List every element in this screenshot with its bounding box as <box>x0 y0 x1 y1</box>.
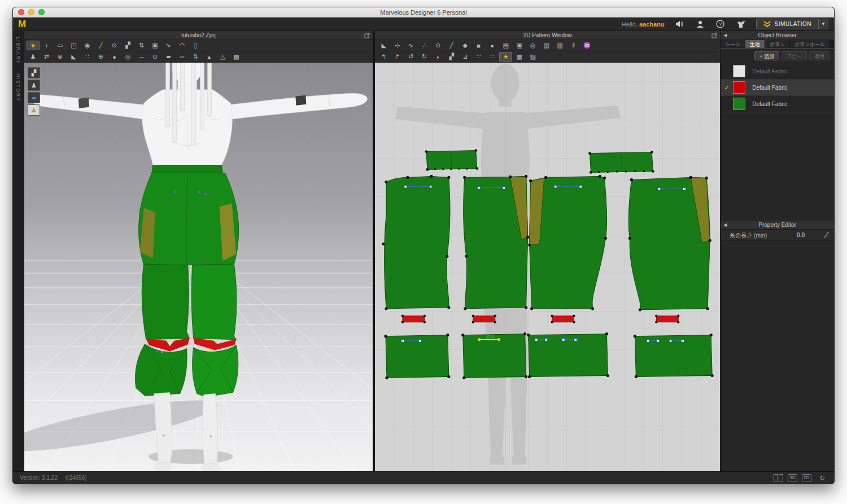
internal-polygon-icon[interactable]: ▤ <box>499 41 512 50</box>
avatar-tape-b-icon[interactable]: ⊗ <box>54 52 67 62</box>
object-browser-button-+ 追加[interactable]: + 追加 <box>754 51 779 60</box>
username[interactable]: aachanu <box>639 21 665 28</box>
volume-icon[interactable] <box>675 20 685 29</box>
sewing-edit-icon[interactable]: ╱ <box>94 41 107 50</box>
refresh-icon[interactable]: ↻ <box>819 474 825 482</box>
show-fabric-icon[interactable]: ▰ <box>28 92 40 103</box>
pattern-piece-front-right[interactable] <box>463 175 529 310</box>
panel-2d-header[interactable]: 2D Pattern Window <box>375 31 720 40</box>
unfold-up-icon[interactable]: ↺ <box>404 52 417 62</box>
add-point-icon[interactable]: ⊙ <box>431 41 444 50</box>
pin-spacing-icon[interactable]: ⇅ <box>189 52 202 62</box>
select-rect-icon[interactable]: ▭ <box>54 41 67 50</box>
unfold-right-icon[interactable]: ↱ <box>391 52 404 62</box>
arrangement-shoe-icon[interactable]: ◣ <box>67 52 80 62</box>
property-value[interactable]: 0.0 <box>797 232 805 238</box>
tab-生地[interactable]: 生地 <box>745 40 765 48</box>
fabric-strip-b-icon[interactable]: ▱ <box>176 52 189 62</box>
pattern-texture-a-icon[interactable]: ▦ <box>513 52 526 62</box>
show-garment-icon[interactable]: ▞ <box>28 67 40 78</box>
show-sewing-icon[interactable]: ★ <box>499 52 512 62</box>
avatar-walk-icon[interactable]: ♟ <box>27 52 40 62</box>
arrangement-flower-b-icon[interactable]: ⊕ <box>94 52 107 62</box>
fold-arrangement-icon[interactable]: ⇅ <box>135 41 148 50</box>
pattern-piece-front-left[interactable] <box>382 175 451 310</box>
arrangement-flower-a-icon[interactable]: ∷ <box>81 52 94 62</box>
sew-garment-icon[interactable]: ▞ <box>445 52 458 62</box>
panel-3d-header[interactable]: tutusibo2.Zprj <box>24 31 373 40</box>
ellipse-icon[interactable]: ● <box>486 41 499 50</box>
edit-curvature-icon[interactable]: ∿ <box>404 41 417 50</box>
scene-3d[interactable] <box>24 63 373 471</box>
rail-history-tab[interactable]: HISTORY <box>15 73 21 102</box>
fabric-color-swatch[interactable] <box>733 65 745 77</box>
rail-library-tab[interactable]: LIBRARY <box>15 37 21 64</box>
iron-icon[interactable]: ◗ <box>431 52 444 62</box>
panel-popout-icon[interactable] <box>711 33 717 38</box>
pattern-piece-cuff-4[interactable] <box>634 334 714 378</box>
show-skin-icon[interactable]: ♟ <box>28 104 40 116</box>
sew-check-icon[interactable]: ∷ <box>486 52 499 62</box>
help-icon[interactable]: ? <box>715 20 726 29</box>
internal-ellipse-icon[interactable]: ◎ <box>526 41 539 50</box>
unfold-down-icon[interactable]: ↻ <box>418 52 431 62</box>
polygon-icon[interactable]: ◆ <box>459 41 471 50</box>
simulation-dropdown-arrow[interactable]: ▼ <box>818 19 828 29</box>
pattern-piece-cuff-3[interactable] <box>527 332 609 378</box>
panel-popout-icon[interactable] <box>364 33 370 38</box>
pattern-piece-back-right[interactable] <box>628 176 711 312</box>
viewport-3d[interactable]: ▞♟▰♟ <box>24 63 373 471</box>
internal-rectangle-icon[interactable]: ▣ <box>513 41 526 50</box>
resize-b-icon[interactable]: △ <box>216 52 229 62</box>
select-move-icon[interactable]: + <box>40 41 53 50</box>
simulate-icon[interactable]: ▼ <box>27 41 40 50</box>
property-editor-header[interactable]: ◀ Property Editor <box>721 221 834 230</box>
account-icon[interactable] <box>695 20 705 29</box>
pattern-piece-waistband-right[interactable] <box>588 151 654 174</box>
simulation-button[interactable]: SIMULATION <box>756 19 818 29</box>
sewing-band-icon[interactable]: ◠ <box>176 41 189 50</box>
collapse-left-icon[interactable]: ◀ <box>723 33 727 38</box>
fabric-color-swatch[interactable] <box>733 98 745 110</box>
fabric-strip-a-icon[interactable]: ▰ <box>162 52 175 62</box>
resize-a-icon[interactable]: ▲ <box>203 52 216 62</box>
buttonhole-icon[interactable]: ◎ <box>121 52 134 62</box>
pin-icon[interactable]: ◉ <box>81 41 94 50</box>
tab-ボタンホール[interactable]: ボタンホール <box>790 40 830 48</box>
toggle-3d-view[interactable]: 3D <box>788 474 797 481</box>
rectangle-icon[interactable]: ■ <box>472 41 485 50</box>
pattern-texture-b-icon[interactable]: ▨ <box>526 52 539 62</box>
button-icon[interactable]: ● <box>108 52 121 62</box>
select-mesh-icon[interactable]: ▞ <box>121 41 134 50</box>
measure-icon[interactable]: ▯ <box>189 41 202 50</box>
wrench-icon[interactable] <box>824 233 829 238</box>
pants-3d[interactable] <box>135 165 238 397</box>
pattern-piece-cuff-2[interactable]: 21.0 <box>461 332 527 379</box>
pin-lock-icon[interactable]: ⊙ <box>149 52 161 62</box>
fabric-color-swatch[interactable] <box>733 81 745 94</box>
pleats-icon[interactable]: ⦀ <box>567 41 580 50</box>
transform-2d-icon[interactable]: ◣ <box>377 41 390 50</box>
fabric-row[interactable]: Default Fabric <box>721 63 834 80</box>
object-browser-button-適用[interactable]: 適用 <box>809 51 829 60</box>
avatar-tape-a-icon[interactable]: ⇄ <box>40 52 53 62</box>
fabric-row[interactable]: Default Fabric <box>721 96 834 112</box>
tab-ボタン[interactable]: ボタン <box>765 40 790 48</box>
seam-tape-icon[interactable]: ─ <box>135 52 148 62</box>
tab-シーン[interactable]: シーン <box>721 40 745 48</box>
scene-2d[interactable]: 21.0 <box>375 63 720 471</box>
sew-free-icon[interactable]: ∵ <box>472 52 485 62</box>
pattern-piece-cuff-1[interactable] <box>385 334 451 379</box>
show-avatar-icon[interactable]: ♟ <box>28 80 40 91</box>
garment-fit-icon[interactable]: ▩ <box>230 52 243 62</box>
toggle-2d-view[interactable]: 2D <box>802 474 811 481</box>
viewport-2d[interactable]: 21.0 <box>375 63 720 471</box>
edit-curve-icon[interactable]: ∿ <box>162 41 175 50</box>
unfold-left-icon[interactable]: ↰ <box>377 52 390 62</box>
sew-segment-icon[interactable]: ⊿ <box>459 52 471 62</box>
edit-segment-icon[interactable]: ╱ <box>445 41 458 50</box>
transform-pattern-icon[interactable]: ◳ <box>67 41 80 50</box>
buttonhole-2d-icon[interactable]: ▥ <box>553 41 566 50</box>
arrangement-points-icon[interactable]: ▣ <box>149 41 161 50</box>
steam-brush-icon[interactable]: ⊙ <box>108 41 121 50</box>
